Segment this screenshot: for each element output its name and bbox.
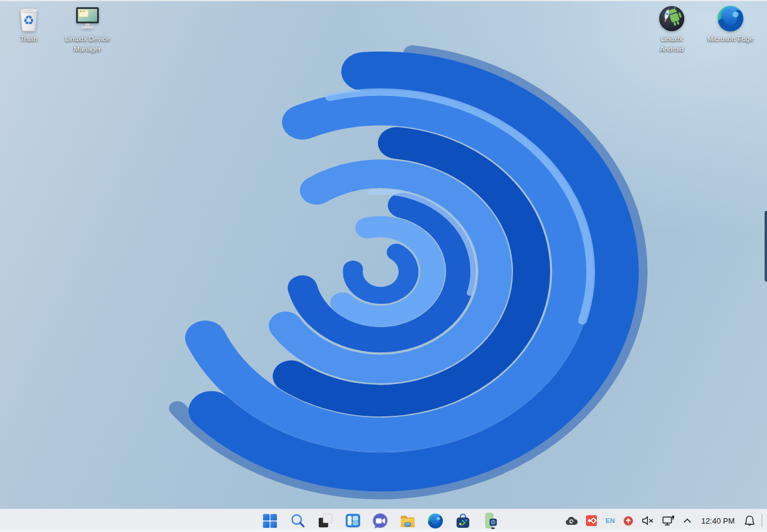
trash-icon: ♻ — [15, 5, 43, 32]
store-bag-icon — [455, 513, 471, 529]
edge-swirl-icon — [427, 513, 443, 529]
system-tray: EN — [561, 509, 767, 532]
taskbar-app-icons — [262, 509, 499, 532]
window-panes-icon — [345, 513, 361, 528]
desktop-icon-linuxfx-device-manager[interactable]: Linuxfx Device Manager — [60, 5, 115, 55]
app-store-button[interactable] — [455, 513, 471, 529]
clock[interactable]: 12:40 PM — [696, 509, 740, 532]
desktop-icon-label: Linuxfx Android — [644, 34, 699, 55]
task-view-squares-icon — [318, 513, 333, 528]
desktop-icon-label: Linuxfx Device Manager — [60, 34, 115, 55]
windows-start-icon — [262, 513, 277, 528]
update-notifier-tray-icon — [623, 516, 633, 526]
green-phone-icon — [482, 512, 499, 530]
desktop-icon-label: Trash — [1, 34, 56, 44]
volume-muted-icon — [642, 516, 654, 525]
label-line: Trash — [20, 35, 38, 43]
top-edge-highlight — [0, 0, 767, 1]
label-line: Microsoft Edge — [708, 35, 754, 43]
video-chat-button[interactable] — [372, 513, 388, 529]
cloud-sync-tray-icon — [565, 516, 578, 525]
folder-icon — [400, 513, 416, 529]
chevron-up-icon — [683, 517, 691, 524]
notification-bell-icon — [744, 515, 755, 527]
label-line: Linuxfx Device — [60, 34, 115, 44]
wired-network-icon — [662, 515, 675, 526]
cloud-sync-tray-button[interactable] — [561, 509, 582, 532]
show-desktop-button[interactable] — [762, 509, 767, 532]
windows-bloom-wallpaper-icon — [96, 29, 665, 509]
keyboard-layout-label: EN — [605, 517, 615, 524]
clock-label: 12:40 PM — [701, 516, 735, 525]
keyboard-layout-indicator[interactable]: EN — [601, 509, 619, 532]
edge-logo-icon — [717, 5, 744, 32]
start-button[interactable] — [262, 513, 278, 529]
anydesk-tray-button[interactable] — [582, 509, 601, 532]
notifications-button[interactable] — [740, 509, 759, 532]
screen: ♻ Trash Linuxfx Device Manager — [0, 0, 767, 532]
taskbar: EN — [0, 509, 767, 532]
svg-text:♻: ♻ — [23, 13, 35, 28]
label-line: Linuxfx — [644, 34, 699, 44]
network-button[interactable] — [658, 509, 679, 532]
label-line: Manager — [60, 44, 115, 55]
label-line: Android — [644, 44, 699, 55]
search-button[interactable] — [289, 513, 306, 529]
task-view-button[interactable] — [317, 513, 333, 529]
desktop-icon-microsoft-edge[interactable]: Microsoft Edge — [703, 5, 758, 44]
android-robot-icon — [658, 5, 686, 32]
search-icon — [290, 513, 306, 528]
volume-button[interactable] — [638, 509, 658, 532]
window-layout-button[interactable] — [345, 513, 361, 529]
android-phone-button[interactable] — [482, 513, 499, 529]
update-notifier-tray-button[interactable] — [619, 509, 638, 532]
tray-expand-button[interactable] — [679, 509, 696, 532]
desktop-surface[interactable]: ♻ Trash Linuxfx Device Manager — [0, 0, 767, 509]
right-edge-artifact — [765, 211, 767, 282]
anydesk-tray-icon — [586, 515, 597, 526]
desktop-icon-linuxfx-android[interactable]: Linuxfx Android — [644, 5, 699, 55]
file-manager-button[interactable] — [400, 513, 416, 529]
edge-browser-button[interactable] — [427, 513, 443, 529]
desktop-icon-label: Microsoft Edge — [703, 34, 758, 44]
video-chat-bubble-icon — [372, 513, 388, 529]
device-manager-monitor-icon — [74, 5, 101, 32]
desktop-icon-trash[interactable]: ♻ Trash — [1, 5, 56, 44]
